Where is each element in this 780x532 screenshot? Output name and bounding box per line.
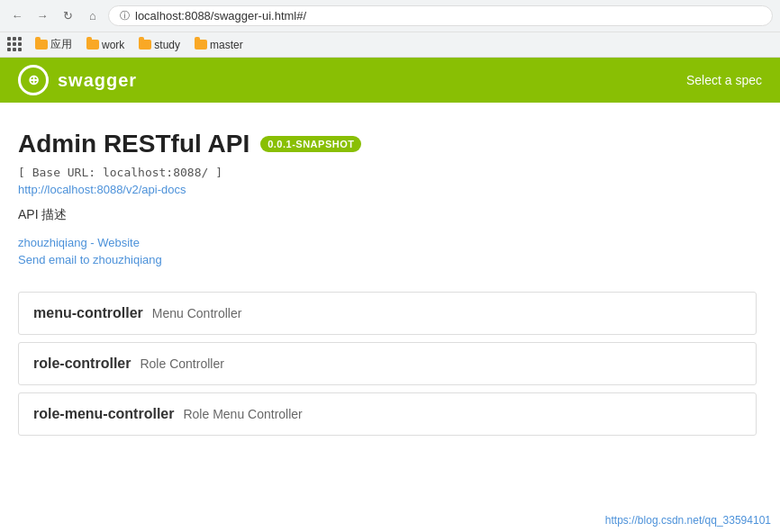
controller-desc-menu: Menu Controller	[152, 306, 242, 320]
bookmark-study-label: study	[154, 39, 180, 51]
version-badge: 0.0.1-SNAPSHOT	[260, 136, 361, 152]
api-docs-link[interactable]: http://localhost:8088/v2/api-docs	[18, 183, 757, 196]
url-text: localhost:8088/swagger-ui.html#/	[135, 9, 306, 23]
apps-icon[interactable]	[7, 37, 23, 52]
browser-chrome: ← → ↻ ⌂ ⓘ localhost:8088/swagger-ui.html…	[0, 0, 780, 58]
base-url: [ Base URL: localhost:8088/ ]	[18, 166, 757, 179]
browser-toolbar: ← → ↻ ⌂ ⓘ localhost:8088/swagger-ui.html…	[0, 0, 780, 32]
bookmark-folder-icon	[195, 40, 207, 50]
controller-item-role[interactable]: role-controller Role Controller	[18, 342, 757, 385]
controller-desc-role: Role Controller	[140, 356, 223, 371]
main-content: Admin RESTful API 0.0.1-SNAPSHOT [ Base …	[0, 103, 775, 461]
swagger-logo: ⊕ swagger	[18, 65, 137, 95]
swagger-title: swagger	[58, 70, 137, 91]
reload-button[interactable]: ↻	[58, 6, 77, 26]
bookmark-apps[interactable]: 应用	[30, 35, 77, 54]
bookmark-study[interactable]: study	[133, 37, 186, 53]
home-button[interactable]: ⌂	[83, 6, 103, 26]
controller-name-role: role-controller	[33, 356, 131, 372]
back-button[interactable]: ←	[7, 6, 27, 26]
bookmark-folder-icon	[139, 40, 151, 50]
controller-desc-role-menu: Role Menu Controller	[183, 407, 302, 421]
bookmark-apps-label: 应用	[50, 37, 72, 52]
contact-email-link[interactable]: Send email to zhouzhiqiang	[18, 253, 757, 266]
controller-item-menu[interactable]: menu-controller Menu Controller	[18, 292, 757, 335]
address-bar[interactable]: ⓘ localhost:8088/swagger-ui.html#/	[108, 5, 773, 26]
bookmarks-bar: 应用 work study master	[0, 32, 780, 57]
controller-name-role-menu: role-menu-controller	[33, 406, 174, 422]
swagger-circle-icon: ⊕	[18, 65, 49, 95]
bookmark-work-label: work	[102, 39, 124, 51]
bookmark-master-label: master	[210, 39, 243, 51]
forward-button[interactable]: →	[32, 6, 52, 26]
controller-item-role-menu[interactable]: role-menu-controller Role Menu Controlle…	[18, 392, 757, 436]
swagger-header: ⊕ swagger Select a spec	[0, 58, 780, 103]
controller-name-menu: menu-controller	[33, 305, 143, 321]
api-title-row: Admin RESTful API 0.0.1-SNAPSHOT	[18, 130, 757, 158]
bookmark-folder-icon	[35, 40, 48, 50]
api-description: API 描述	[18, 207, 757, 223]
select-spec-label[interactable]: Select a spec	[686, 73, 762, 87]
bookmark-master[interactable]: master	[189, 37, 249, 53]
bookmark-folder-icon	[86, 40, 99, 50]
lock-icon: ⓘ	[120, 9, 130, 23]
api-title: Admin RESTful API	[18, 130, 249, 158]
controllers-section: menu-controller Menu Controller role-con…	[18, 292, 757, 436]
bookmark-work[interactable]: work	[81, 37, 130, 53]
contact-website-link[interactable]: zhouzhiqiang - Website	[18, 236, 757, 249]
